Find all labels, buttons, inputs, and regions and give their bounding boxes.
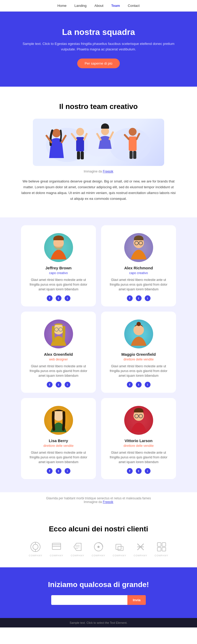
freepik-link-2[interactable]: Freepik (103, 500, 113, 504)
freepik-link-1[interactable]: Freepik (103, 170, 113, 173)
hero-section: La nostra squadra Sample text. Click to … (0, 12, 197, 87)
member-role-alex-r: capo creativo (107, 271, 170, 275)
svg-rect-16 (129, 137, 137, 151)
cta-form: Invia (51, 595, 146, 605)
member-name-maggio: Maggio Greenfield (107, 352, 170, 357)
card-lisa: Lisa Berry direttore delle vendite Glavi… (21, 398, 96, 479)
avatar-vittorio (124, 406, 153, 435)
clients-section: Ecco alcuni dei nostri clienti COMPANY C… (0, 512, 197, 567)
instagram-icon-lisa[interactable]: i (65, 468, 70, 474)
twitter-icon-alex-g[interactable]: t (56, 382, 61, 388)
svg-rect-57 (162, 547, 166, 551)
card-alex-r: Alex Richmond capo creativo Glavi amet r… (101, 225, 176, 306)
client-label-7: COMPANY (155, 554, 168, 557)
nav-contact[interactable]: Contact (128, 4, 140, 8)
client-logo-5: COMPANY (113, 541, 126, 557)
svg-rect-20 (133, 151, 136, 159)
instagram-icon-maggio[interactable]: i (145, 382, 151, 388)
social-icons-maggio: f t i (107, 382, 170, 388)
member-name-alex-r: Alex Richmond (107, 266, 170, 270)
svg-point-15 (129, 128, 137, 136)
card-maggio: Maggio Greenfield direttore delle vendit… (101, 312, 176, 393)
card-jeffrey: Jeffrey Brown capo creativo Glavi amet r… (21, 225, 96, 306)
bottom-caption: Glavrida per habitant morbi tristique se… (0, 492, 197, 512)
svg-point-32 (53, 410, 64, 421)
cta-email-input[interactable] (51, 595, 127, 605)
member-desc-lisa: Glavi amet ritnisl libero molestie ante … (27, 450, 90, 464)
client-label-6: COMPANY (134, 554, 147, 557)
cards-wrapper: Jeffrey Brown capo creativo Glavi amet r… (0, 217, 197, 492)
twitter-icon-maggio[interactable]: t (136, 382, 142, 388)
team-description: We believe great organisations deserve g… (20, 179, 177, 202)
nav-landing[interactable]: Landing (74, 4, 86, 8)
facebook-icon-alex-r[interactable]: f (127, 295, 133, 301)
client-label-3: COMPANY (71, 554, 84, 557)
client-logo-6: COMPANY (134, 541, 147, 557)
client-logo-2: COMPANY (50, 541, 63, 557)
facebook-icon-lisa[interactable]: f (47, 468, 53, 474)
twitter-icon-alex-r[interactable]: t (136, 295, 142, 301)
clients-title: Ecco alcuni dei nostri clienti (11, 525, 186, 533)
social-icons-lisa: f t i (27, 468, 90, 474)
instagram-icon-alex-r[interactable]: i (145, 295, 151, 301)
instagram-icon-alex-g[interactable]: i (65, 382, 70, 388)
member-desc-alex-r: Glavi amet ritnisl libero molestie ante … (107, 278, 170, 292)
cta-submit-button[interactable]: Invia (127, 595, 146, 605)
member-role-jeffrey: capo creativo (27, 271, 90, 275)
avatar-maggio (124, 320, 153, 348)
client-logo-1: COMPANY (29, 541, 43, 557)
nav-about[interactable]: About (95, 4, 103, 8)
team-title: Il nostro team creativo (16, 102, 181, 111)
client-logo-3: COMPANY (71, 541, 84, 557)
facebook-icon-vittorio[interactable]: f (127, 468, 133, 474)
svg-rect-49 (116, 544, 121, 549)
instagram-icon-jeffrey[interactable]: i (65, 295, 70, 301)
team-section: Il nostro team creativo (0, 87, 197, 217)
cta-section: Iniziamo qualcosa di grande! Invia (0, 567, 197, 618)
hero-title: La nostra squadra (21, 27, 176, 37)
svg-point-48 (97, 546, 100, 548)
svg-rect-56 (157, 547, 161, 551)
member-role-alex-g: web designer (27, 358, 90, 361)
member-desc-vittorio: Glavi amet ritnisl libero molestie ante … (107, 450, 170, 464)
client-label-5: COMPANY (113, 554, 126, 557)
facebook-icon-alex-g[interactable]: f (47, 382, 53, 388)
facebook-icon-jeffrey[interactable]: f (47, 295, 53, 301)
clients-logos: COMPANY COMPANY COMPANY (11, 541, 186, 557)
client-logo-7: COMPANY (155, 541, 168, 557)
member-name-lisa: Lisa Berry (27, 438, 90, 443)
svg-point-6 (76, 128, 84, 136)
avatar-alex-r (124, 233, 153, 262)
client-label-1: COMPANY (29, 554, 43, 557)
instagram-icon-vittorio[interactable]: i (145, 468, 151, 474)
social-icons-alex-g: f t i (27, 382, 90, 388)
avatar-lisa (44, 406, 73, 435)
twitter-icon-vittorio[interactable]: t (136, 468, 142, 474)
member-role-lisa: direttore delle vendite (27, 444, 90, 448)
svg-rect-7 (76, 137, 84, 151)
member-role-maggio: direttore delle vendite (107, 358, 170, 361)
social-icons-jeffrey: f t i (27, 295, 90, 301)
client-logo-4: COMPANY (92, 541, 105, 557)
nav-team[interactable]: Team (111, 4, 120, 8)
avatar-alex-g (44, 320, 73, 348)
card-alex-g: Alex Greenfield web designer Glavi amet … (21, 312, 96, 393)
svg-rect-11 (81, 151, 84, 159)
member-name-jeffrey: Jeffrey Brown (27, 266, 90, 270)
social-icons-alex-r: f t i (107, 295, 170, 301)
member-desc-maggio: Glavi amet ritnisl libero molestie ante … (107, 364, 170, 378)
footer-bar: Sample text. Click to select the Text El… (0, 618, 197, 627)
nav-home[interactable]: Home (58, 4, 67, 8)
navigation: Home Landing About Team Contact (0, 0, 197, 12)
member-name-alex-g: Alex Greenfield (27, 352, 90, 357)
card-vittorio: Vittorio Larson direttore delle vendite … (101, 398, 176, 479)
facebook-icon-maggio[interactable]: f (127, 382, 133, 388)
svg-rect-19 (129, 151, 133, 159)
cta-title: Iniziamo qualcosa di grande! (11, 580, 186, 589)
member-role-vittorio: direttore delle vendite (107, 444, 170, 448)
svg-rect-55 (162, 543, 166, 546)
hero-button[interactable]: Per saperne di più (77, 59, 120, 68)
hero-description: Sample text. Click to Egestas egestas fr… (21, 41, 176, 52)
twitter-icon-lisa[interactable]: t (56, 468, 61, 474)
twitter-icon-jeffrey[interactable]: t (56, 295, 61, 301)
